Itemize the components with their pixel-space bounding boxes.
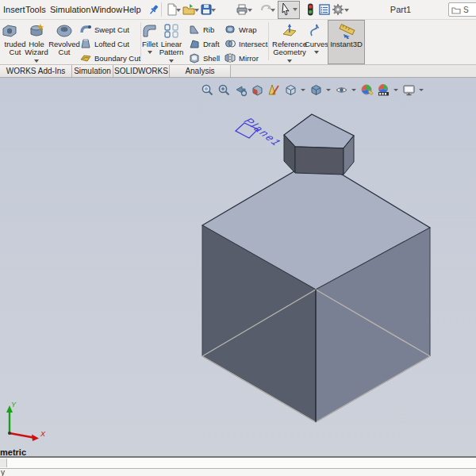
mirror-button[interactable]: Mirror (225, 51, 267, 65)
tab-simulation[interactable]: Simulation (72, 65, 113, 77)
status-bar-lower: y (0, 469, 476, 476)
print-icon[interactable] (236, 3, 248, 16)
open-dropdown[interactable] (194, 9, 199, 12)
hex-boss-top-face[interactable] (284, 114, 354, 148)
options-list-icon[interactable] (318, 3, 331, 16)
menu-simulation[interactable]: Simulation (47, 0, 94, 19)
mirror-icon (225, 52, 236, 63)
status-strip-left-box (0, 459, 7, 467)
pin-icon[interactable] (148, 3, 160, 16)
linear-pattern-icon (163, 23, 180, 40)
boundary-cut-button[interactable]: Boundary Cut (80, 51, 140, 65)
rib-icon (189, 24, 200, 35)
gear-dropdown[interactable] (344, 9, 349, 12)
swept-cut-icon (80, 24, 91, 35)
plane1-label[interactable]: Plane1 (241, 116, 284, 148)
rib-button[interactable]: Rib (189, 22, 220, 36)
draft-button[interactable]: Draft (189, 36, 220, 51)
tab-solidworks-addins[interactable]: WORKS Add-Ins (0, 65, 72, 77)
shell-icon (189, 52, 200, 63)
reference-geometry-dropdown[interactable] (287, 60, 292, 63)
print-dropdown[interactable] (248, 9, 252, 12)
toolbar-divider (161, 2, 162, 17)
intersect-icon (225, 38, 236, 49)
fillet-dropdown[interactable] (148, 51, 152, 54)
lofted-cut-button[interactable]: Lofted Cut (80, 36, 140, 51)
curves-dropdown[interactable] (314, 51, 319, 54)
revolved-cut-icon (56, 23, 73, 40)
wrap-button[interactable]: Wrap (225, 22, 267, 36)
select-tool[interactable] (278, 1, 300, 19)
x-axis-label: X (40, 430, 46, 438)
x-axis-arrow (32, 435, 39, 442)
triad-origin (8, 432, 11, 435)
open-icon[interactable] (182, 3, 195, 16)
instant3d-icon (337, 23, 356, 40)
reference-geometry-icon (281, 23, 298, 40)
command-tab-bar: WORKS Add-Ins Simulation SOLIDWORKS MBD … (0, 65, 476, 78)
curves-button[interactable]: Curves (305, 21, 328, 63)
graphics-area[interactable]: Plane1 X Y metric (0, 78, 476, 456)
rib-draft-shell-stack: Rib Draft Shell (189, 22, 220, 65)
search-text: S (463, 6, 469, 14)
swept-cut-button[interactable]: Swept Cut (80, 22, 140, 36)
search-box[interactable]: S (448, 2, 476, 17)
new-document-dropdown[interactable] (176, 9, 181, 12)
document-title: Part1 (373, 0, 428, 19)
boundary-cut-icon (80, 52, 91, 63)
tab-analysis-preparation[interactable]: Analysis Preparation (170, 65, 231, 77)
model-canvas: Plane1 X Y (0, 78, 476, 456)
curves-icon (308, 23, 325, 40)
title-bar: Insert Tools Simulation Window Help Part… (0, 0, 476, 20)
hole-wizard-icon (28, 23, 45, 40)
reference-geometry-button[interactable]: Reference Geometry (272, 21, 307, 63)
shell-button[interactable]: Shell (189, 51, 220, 65)
cut-feature-stack: Swept Cut Lofted Cut Boundary Cut (80, 22, 140, 65)
instant3d-button[interactable]: Instant3D (328, 20, 365, 64)
hex-boss-front-face[interactable] (295, 147, 344, 175)
lofted-cut-icon (80, 38, 91, 49)
y-axis-label: Y (11, 401, 17, 409)
select-dropdown[interactable] (293, 8, 298, 11)
ribbon-separator-2 (268, 22, 269, 60)
linear-pattern-button[interactable]: Linear Pattern (155, 21, 187, 63)
status-text-fragment: y (1, 468, 5, 476)
wrap-intersect-mirror-stack: Wrap Intersect Mirror (225, 22, 267, 65)
origin-triad: X Y (6, 401, 46, 441)
menu-tools[interactable]: Tools (22, 0, 49, 19)
save-dropdown[interactable] (211, 9, 216, 12)
rebuild-traffic-light-icon[interactable] (304, 3, 317, 16)
linear-pattern-dropdown[interactable] (169, 60, 174, 63)
extruded-cut-icon (1, 23, 18, 40)
command-manager-ribbon: truded Cut Hole Wizard Revolved Cut Swep… (0, 20, 476, 65)
undo-dropdown[interactable] (271, 9, 275, 12)
menu-help[interactable]: Help (120, 0, 144, 19)
tab-solidworks-mbd[interactable]: SOLIDWORKS MBD (113, 65, 170, 77)
intersect-button[interactable]: Intersect (225, 36, 267, 51)
search-folder-icon (451, 6, 461, 14)
wrap-icon (225, 24, 236, 35)
gear-settings-icon[interactable] (332, 3, 344, 16)
hole-wizard-dropdown[interactable] (34, 60, 39, 63)
revolved-cut-button[interactable]: Revolved Cut (48, 21, 81, 63)
draft-icon (189, 38, 200, 49)
status-bar (0, 458, 476, 468)
